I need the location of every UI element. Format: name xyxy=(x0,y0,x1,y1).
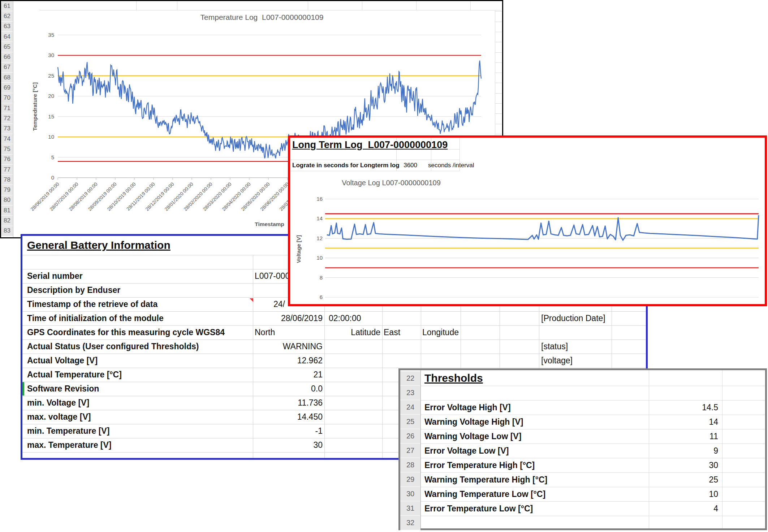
row-value[interactable]: 11 xyxy=(650,429,718,444)
placeholder-tag[interactable]: [Production Date] xyxy=(541,311,605,325)
row-gridline xyxy=(495,103,502,104)
long-term-log-title[interactable]: Long Term Log L007-0000000109 xyxy=(292,138,448,151)
row-label[interactable]: GPS Coordinates for this measuring cycle… xyxy=(27,325,225,339)
row-gridline xyxy=(495,134,502,134)
y-tick-label: 12 xyxy=(308,235,323,241)
row-header-cell[interactable]: 67 xyxy=(1,62,13,73)
lograte-value[interactable]: 3600 xyxy=(391,160,417,171)
row-header-cell[interactable]: 69 xyxy=(1,83,13,93)
row-header-cell[interactable]: 70 xyxy=(1,93,13,103)
row-label[interactable]: Error Temperature Low [°C] xyxy=(424,501,533,516)
row-value[interactable]: 11.736 xyxy=(254,396,323,410)
row-header-cell[interactable]: 32 xyxy=(400,516,420,530)
row-header-cell[interactable]: 81 xyxy=(1,206,13,216)
placeholder-tag[interactable]: [voltage] xyxy=(541,354,573,368)
y-tick-label: 10 xyxy=(40,134,54,140)
row-value[interactable]: 30 xyxy=(650,458,718,472)
row-header-cell[interactable]: 61 xyxy=(1,1,13,11)
row-header-cell[interactable]: 77 xyxy=(1,165,13,175)
y-tick-label: 15 xyxy=(40,113,54,120)
row-header-cell[interactable]: 64 xyxy=(1,32,13,42)
row-label[interactable]: max. Temperature [V] xyxy=(27,438,111,452)
row-header-cell[interactable]: 76 xyxy=(1,155,13,165)
row-label[interactable]: Warning Temperature Low [°C] xyxy=(424,487,545,501)
row-label[interactable]: min. Voltage [V] xyxy=(27,396,89,410)
y-tick-label: 16 xyxy=(308,196,323,202)
voltage-line-chart[interactable] xyxy=(290,175,765,304)
row-header-cell[interactable]: 75 xyxy=(1,144,13,154)
row-value[interactable]: 0.0 xyxy=(254,382,323,396)
row-label[interactable]: Error Temperature High [°C] xyxy=(424,458,535,472)
row-header-cell[interactable]: 79 xyxy=(1,185,13,195)
row-header-cell[interactable]: 73 xyxy=(1,124,13,134)
row-label[interactable]: Actual Status (User configured Threshold… xyxy=(27,339,199,354)
row-value[interactable]: WARNING xyxy=(254,339,323,354)
row-gridline xyxy=(495,32,502,32)
row-header-cell[interactable]: 22 xyxy=(400,371,420,386)
row-value-2[interactable]: Latitude xyxy=(326,325,380,339)
row-label[interactable]: Serial number xyxy=(27,269,82,283)
row-gridline xyxy=(495,83,502,83)
row-header-cell[interactable]: 23 xyxy=(400,386,420,400)
row-value[interactable]: 21 xyxy=(254,368,323,382)
row-value[interactable]: North xyxy=(255,325,275,339)
row-label[interactable]: Warning Voltage Low [V] xyxy=(424,429,521,444)
y-tick-label: 10 xyxy=(308,255,323,261)
row-header-cell[interactable]: 62 xyxy=(1,11,13,21)
y-tick-label: 0 xyxy=(40,174,54,181)
row-value-4[interactable]: Longitude xyxy=(408,325,459,339)
row-label[interactable]: Software Revision xyxy=(27,382,99,396)
row-header-cell[interactable]: 78 xyxy=(1,175,13,185)
row-header-cell[interactable]: 66 xyxy=(1,52,13,62)
row-header-cell[interactable]: 63 xyxy=(1,22,13,32)
table-row: Actual Status (User configured Threshold… xyxy=(22,339,646,354)
row-value[interactable]: 30 xyxy=(254,438,323,452)
lograte-label[interactable]: Lograte in seconds for Longterm log xyxy=(292,160,400,171)
row-label[interactable]: Timestamp of the retrieve of data xyxy=(27,297,158,311)
row-label[interactable]: Error Voltage Low [V] xyxy=(424,444,509,458)
row-label[interactable]: Warning Temperature High [°C] xyxy=(424,472,547,487)
table-row: Warning Voltage Low [V] 11 xyxy=(400,429,765,444)
row-header-cell[interactable]: 65 xyxy=(1,42,13,52)
table-row: GPS Coordinates for this measuring cycle… xyxy=(22,325,646,339)
y-tick-label: 20 xyxy=(40,93,54,99)
row-value[interactable]: 14.450 xyxy=(254,410,323,424)
y-tick-label: 6 xyxy=(308,294,323,300)
row-value[interactable]: 9 xyxy=(650,444,718,458)
row-value[interactable]: 25 xyxy=(650,472,718,487)
row-label[interactable]: max. voltage [V] xyxy=(27,410,91,424)
row-value[interactable]: 14 xyxy=(650,415,718,429)
row-value-3[interactable]: East xyxy=(384,325,400,339)
row-value[interactable]: 12.962 xyxy=(254,354,323,368)
row-label[interactable]: min. Temperature [V] xyxy=(27,424,109,438)
row-value[interactable]: 10 xyxy=(650,487,718,501)
placeholder-tag[interactable]: [status] xyxy=(541,339,568,354)
table-row: Error Voltage Low [V] 9 xyxy=(400,444,765,458)
row-header-cell[interactable]: 82 xyxy=(1,216,13,226)
row-value[interactable]: 4 xyxy=(650,501,718,516)
row-header-cell[interactable]: 74 xyxy=(1,134,13,144)
thresholds-title[interactable]: Thresholds xyxy=(424,370,483,386)
row-value[interactable]: -1 xyxy=(254,424,323,438)
row-label[interactable]: Time of initialization of the module xyxy=(27,311,164,325)
row-header-cell[interactable]: 68 xyxy=(1,73,13,83)
row-gridline xyxy=(495,62,502,63)
battery-info-title[interactable]: General Battery Information xyxy=(27,237,171,254)
row-value[interactable]: 24/ xyxy=(273,297,285,311)
row-label[interactable]: Warning Voltage High [V] xyxy=(424,415,523,429)
row-value[interactable]: 28/06/2019 xyxy=(254,311,323,325)
row-gridline xyxy=(495,124,502,124)
row-header-cell[interactable]: 80 xyxy=(1,195,13,206)
row-label[interactable]: Actual Temperature [°C] xyxy=(27,368,122,382)
row-value[interactable]: 14.5 xyxy=(650,400,718,415)
row-label[interactable]: Actual Voltage [V] xyxy=(27,354,98,368)
window-border-top xyxy=(0,0,503,1)
row-gridline xyxy=(495,73,502,73)
row-header-cell[interactable]: 71 xyxy=(1,103,13,113)
lograte-unit[interactable]: seconds /interval xyxy=(428,160,474,171)
row-label[interactable]: Description by Enduser xyxy=(27,283,120,297)
row-label[interactable]: Error Voltage High [V] xyxy=(424,400,511,415)
row-value-2[interactable]: 02:00:00 xyxy=(329,311,361,325)
row-header-cell[interactable]: 72 xyxy=(1,113,13,124)
table-row: Time of initialization of the module 28/… xyxy=(22,311,646,325)
